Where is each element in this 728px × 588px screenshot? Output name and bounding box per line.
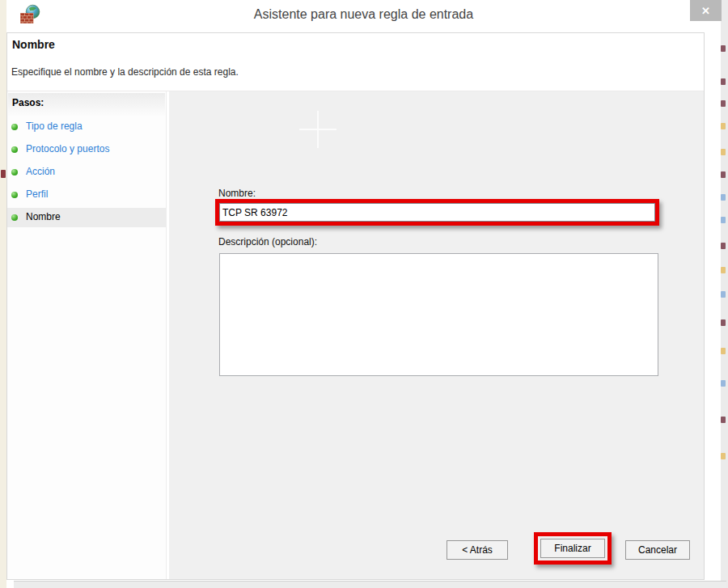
sidebar-step-accion[interactable]: Acción — [7, 163, 166, 182]
steps-heading: Pasos: — [8, 93, 165, 116]
wizard-body: Pasos: Tipo de regla Protocolo y puertos… — [7, 91, 704, 579]
description-textarea[interactable] — [219, 253, 658, 376]
desktop-artifact — [721, 217, 726, 223]
desktop-artifact — [721, 171, 726, 178]
desktop-artifact — [721, 45, 726, 52]
desktop-artifact — [721, 267, 726, 273]
step-label: Acción — [26, 166, 55, 177]
desktop-artifact — [721, 243, 726, 249]
description-label: Descripción (opcional): — [218, 236, 317, 247]
step-bullet-icon — [11, 192, 18, 198]
window-bottom-strip — [14, 581, 726, 588]
finish-button[interactable]: Finalizar — [540, 539, 605, 558]
steps-sidebar: Pasos: Tipo de regla Protocolo y puertos… — [7, 91, 167, 579]
step-bullet-icon — [11, 124, 18, 130]
desktop-edge-left — [0, 0, 6, 588]
close-icon: ✕ — [690, 1, 722, 21]
sidebar-step-nombre[interactable]: Nombre — [7, 208, 166, 227]
desktop-artifact — [1, 170, 6, 178]
desktop-artifact — [721, 100, 726, 107]
desktop-artifact — [721, 319, 726, 326]
desktop-artifact — [721, 149, 726, 155]
titlebar: Asistente para nueva regla de entrada ✕ — [6, 0, 721, 31]
step-label: Perfil — [26, 188, 48, 200]
cancel-button[interactable]: Cancelar — [625, 540, 690, 560]
desktop-artifact — [721, 453, 726, 459]
desktop-artifact — [721, 291, 726, 298]
wizard-header: Nombre Especifique el nombre y la descri… — [7, 33, 704, 91]
screen: Asistente para nueva regla de entrada ✕ … — [0, 0, 728, 588]
step-label: Nombre — [26, 211, 61, 222]
desktop-artifact — [721, 417, 726, 423]
page-title: Nombre — [12, 38, 55, 51]
desktop-artifact — [721, 348, 726, 354]
step-bullet-icon — [11, 169, 18, 176]
wizard-content: Nombre: Descripción (opcional): < Atrás … — [169, 91, 704, 579]
window-title: Asistente para nueva regla de entrada — [6, 7, 721, 22]
desktop-artifact — [721, 380, 726, 387]
step-bullet-icon — [11, 214, 18, 221]
crosshair-cursor-icon — [299, 111, 336, 148]
desktop-edge-right — [721, 0, 728, 588]
back-button[interactable]: < Atrás — [447, 540, 508, 560]
sidebar-step-tipo-de-regla[interactable]: Tipo de regla — [7, 117, 166, 137]
wizard-frame: Nombre Especifique el nombre y la descri… — [6, 32, 705, 580]
step-label: Tipo de regla — [26, 121, 83, 132]
close-button[interactable]: ✕ — [690, 0, 722, 21]
annotation-box-finish-button: Finalizar — [534, 532, 612, 565]
desktop-artifact — [721, 78, 726, 85]
step-bullet-icon — [11, 146, 18, 153]
step-label: Protocolo y puertos — [26, 143, 109, 154]
name-input[interactable] — [219, 203, 655, 222]
name-label: Nombre: — [218, 188, 256, 199]
page-subtitle: Especifique el nombre y la descripción d… — [11, 66, 239, 78]
annotation-box-name-input — [215, 199, 659, 226]
sidebar-step-protocolo-y-puertos[interactable]: Protocolo y puertos — [7, 140, 166, 159]
desktop-artifact — [721, 194, 726, 201]
desktop-artifact — [721, 123, 726, 129]
sidebar-step-perfil[interactable]: Perfil — [7, 185, 166, 205]
